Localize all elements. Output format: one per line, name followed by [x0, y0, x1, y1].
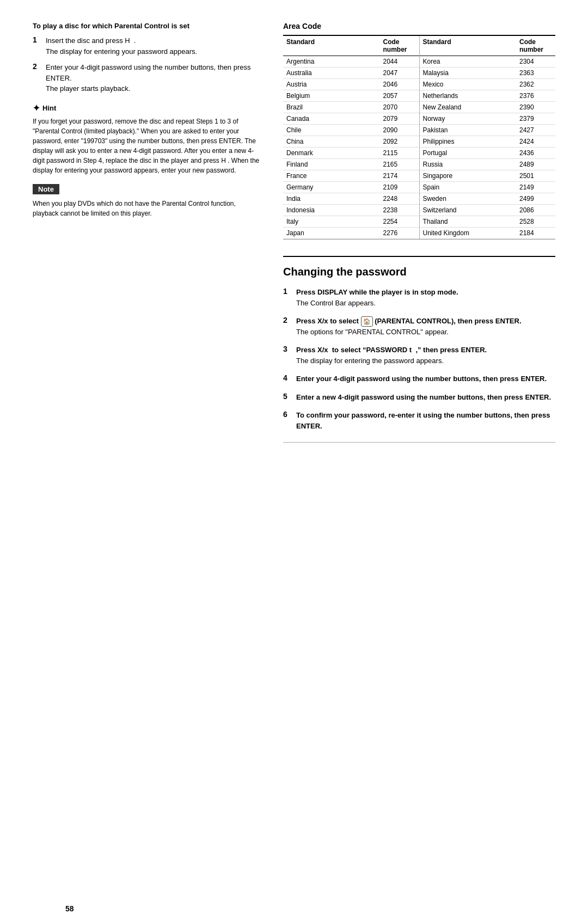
pw-step-bold-4: Enter your 4-digit password using the nu… — [296, 373, 555, 384]
country-name: Pakistan — [423, 126, 520, 134]
country-name: Malaysia — [423, 69, 520, 77]
table-row: Brazil2070 — [283, 102, 419, 113]
country-code: 2427 — [519, 126, 552, 134]
country-name: France — [286, 172, 383, 180]
country-code: 2057 — [383, 92, 416, 100]
step-text-2: Enter your 4-digit password using the nu… — [46, 62, 261, 94]
pw-step-content-5: Enter a new 4-digit password using the n… — [296, 392, 555, 403]
country-name: Norway — [423, 115, 520, 122]
pw-step-num-5: 5 — [283, 392, 292, 401]
pw-step-list: 1 Press DISPLAY while the player is in s… — [283, 287, 555, 431]
country-code: 2174 — [383, 172, 416, 180]
table-row: Australia2047 — [283, 68, 419, 79]
country-code: 2363 — [519, 69, 552, 77]
pw-step-bold-5: Enter a new 4-digit password using the n… — [296, 392, 555, 403]
pw-step-item-6: 6 To confirm your password, re-enter it … — [283, 410, 555, 431]
country-code: 2046 — [383, 81, 416, 88]
bottom-rule — [283, 442, 555, 443]
table-row: Spain2149 — [420, 182, 556, 193]
pw-step-bold-2: Press X/x to select 🏠 (PARENTAL CONTROL)… — [296, 316, 555, 327]
country-code: 2092 — [383, 138, 416, 145]
area-header-right: Standard Codenumber — [420, 36, 556, 56]
table-row: Denmark2115 — [283, 148, 419, 159]
area-table-left: Standard Codenumber Argentina2044Austral… — [283, 36, 420, 239]
table-row: China2092 — [283, 136, 419, 148]
country-name: Japan — [286, 229, 383, 237]
left-section-title: To play a disc for which Parental Contro… — [33, 22, 261, 30]
page-layout: To play a disc for which Parental Contro… — [33, 22, 555, 443]
table-row: Finland2165 — [283, 159, 419, 170]
country-name: Singapore — [423, 172, 520, 180]
country-name: Argentina — [286, 58, 383, 65]
country-name: Sweden — [423, 195, 520, 203]
pw-step-item-4: 4 Enter your 4-digit password using the … — [283, 373, 555, 384]
table-row: Austria2046 — [283, 79, 419, 90]
country-name: Canada — [286, 115, 383, 122]
table-row: France2174 — [283, 170, 419, 182]
pw-step-item-1: 1 Press DISPLAY while the player is in s… — [283, 287, 555, 308]
area-rows-right: Korea2304Malaysia2363Mexico2362Netherlan… — [420, 56, 556, 239]
pw-step-regular-1: The Control Bar appears. — [296, 298, 555, 309]
country-code: 2276 — [383, 229, 416, 237]
table-row: Thailand2528 — [420, 216, 556, 228]
table-row: Portugal2436 — [420, 148, 556, 159]
step-item-1: 1 Insert the disc and press H .The displ… — [33, 35, 261, 57]
country-name: Italy — [286, 218, 383, 225]
table-row: India2248 — [283, 193, 419, 205]
table-row: Norway2379 — [420, 113, 556, 125]
step-text-1: Insert the disc and press H .The display… — [46, 35, 197, 57]
pw-step-item-5: 5 Enter a new 4-digit password using the… — [283, 392, 555, 403]
country-code: 2047 — [383, 69, 416, 77]
table-row: Italy2254 — [283, 216, 419, 228]
country-code: 2304 — [519, 58, 552, 65]
table-row: Japan2276 — [283, 228, 419, 239]
table-row: Netherlands2376 — [420, 90, 556, 102]
left-column: To play a disc for which Parental Contro… — [33, 22, 261, 443]
pw-step-bold-3: Press X/x to select “PASSWORD t ,” then … — [296, 345, 555, 356]
pw-step-item-3: 3 Press X/x to select “PASSWORD t ,” the… — [283, 345, 555, 366]
table-row: New Zealand2390 — [420, 102, 556, 113]
country-code: 2489 — [519, 161, 552, 168]
table-row: Argentina2044 — [283, 56, 419, 68]
country-code: 2086 — [519, 206, 552, 214]
page-number: 58 — [65, 904, 74, 913]
country-name: Indonesia — [286, 206, 383, 214]
table-row: Chile2090 — [283, 125, 419, 136]
table-row: Pakistan2427 — [420, 125, 556, 136]
pw-step-content-1: Press DISPLAY while the player is in sto… — [296, 287, 555, 308]
pw-step-content-3: Press X/x to select “PASSWORD t ,” then … — [296, 345, 555, 366]
pw-step-content-6: To confirm your password, re-enter it us… — [296, 410, 555, 431]
table-row: Switzerland2086 — [420, 205, 556, 216]
country-name: Netherlands — [423, 92, 520, 100]
hint-label: Hint — [42, 104, 56, 112]
pw-step-num-3: 3 — [283, 345, 292, 353]
pw-step-num-2: 2 — [283, 316, 292, 324]
country-code: 2501 — [519, 172, 552, 180]
country-name: Brazil — [286, 103, 383, 111]
pw-step-bold-6: To confirm your password, re-enter it us… — [296, 410, 555, 431]
area-table-right: Standard Codenumber Korea2304Malaysia236… — [420, 36, 556, 239]
step-item-2: 2 Enter your 4-digit password using the … — [33, 62, 261, 94]
country-code: 2362 — [519, 81, 552, 88]
country-code: 2070 — [383, 103, 416, 111]
country-name: New Zealand — [423, 103, 520, 111]
hint-icon: ✦ — [33, 103, 40, 113]
col-standard-right: Standard — [423, 38, 520, 53]
country-name: Mexico — [423, 81, 520, 88]
table-row: Canada2079 — [283, 113, 419, 125]
pw-step-num-6: 6 — [283, 410, 292, 419]
pw-step-bold-1: Press DISPLAY while the player is in sto… — [296, 287, 555, 298]
step-num-1: 1 — [33, 35, 41, 44]
country-name: China — [286, 138, 383, 145]
changing-password-section: Changing the password 1 Press DISPLAY wh… — [283, 256, 555, 443]
pw-step-num-4: 4 — [283, 373, 292, 382]
country-name: United Kingdom — [423, 229, 520, 237]
table-row: United Kingdom2184 — [420, 228, 556, 239]
country-code: 2044 — [383, 58, 416, 65]
table-row: Mexico2362 — [420, 79, 556, 90]
area-rows-left: Argentina2044Australia2047Austria2046Bel… — [283, 56, 419, 239]
table-row: Russia2489 — [420, 159, 556, 170]
country-code: 2248 — [383, 195, 416, 203]
country-code: 2254 — [383, 218, 416, 225]
country-code: 2090 — [383, 126, 416, 134]
